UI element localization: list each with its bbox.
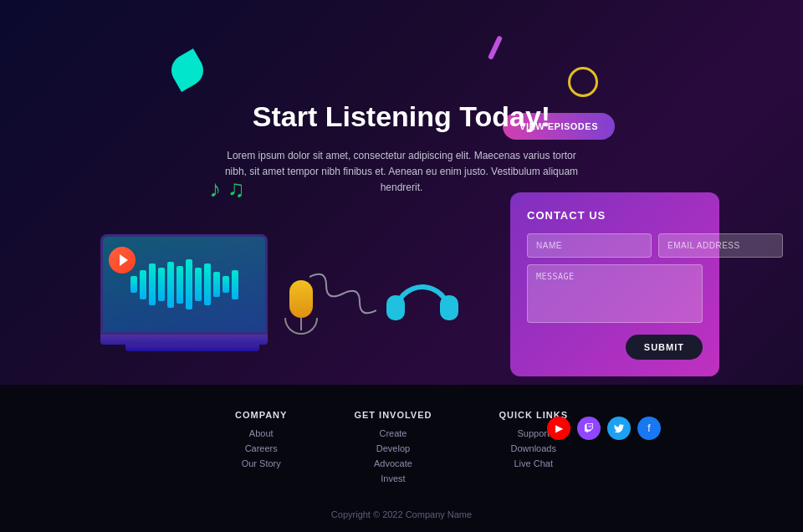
mic-cable <box>309 269 376 322</box>
facebook-icon[interactable]: f <box>637 417 661 440</box>
form-name-email-row <box>527 233 703 258</box>
footer-link-invest[interactable]: Invest <box>354 473 432 483</box>
wave-bar <box>195 268 202 301</box>
footer-link-advocate[interactable]: Advocate <box>354 458 432 468</box>
wave-bar <box>213 272 220 297</box>
wave-bar <box>232 270 238 299</box>
wave-bar <box>130 276 137 293</box>
wave-bar <box>149 263 156 305</box>
laptop-illustration <box>100 234 284 360</box>
footer: COMPANY About Careers Our Story GET INVO… <box>0 385 803 532</box>
wave-bar <box>167 262 174 308</box>
footer-company-title: COMPANY <box>235 410 287 420</box>
footer-link-careers[interactable]: Careers <box>235 443 287 453</box>
message-input[interactable] <box>527 264 703 323</box>
contact-form-title: CONTACT US <box>527 209 703 222</box>
headphones-illustration <box>385 284 460 351</box>
footer-col-company: COMPANY About Careers Our Story <box>235 410 287 489</box>
headphone-arc <box>393 284 452 314</box>
wave-bar <box>176 266 183 304</box>
email-input[interactable] <box>658 233 783 258</box>
footer-link-our-story[interactable]: Our Story <box>235 458 287 468</box>
waveform <box>130 259 238 309</box>
wave-bar <box>222 276 229 293</box>
footer-link-about[interactable]: About <box>235 428 287 438</box>
wave-bar <box>204 263 211 305</box>
headphone-right-cup <box>440 295 458 320</box>
laptop-base <box>100 335 268 345</box>
decorative-teal-shape <box>166 49 209 92</box>
footer-link-create[interactable]: Create <box>354 428 432 438</box>
footer-col-get-involved: GET INVOLVED Create Develop Advocate Inv… <box>354 410 432 489</box>
decorative-yellow-circle <box>568 67 598 97</box>
microphone-illustration <box>284 280 318 335</box>
play-triangle <box>120 254 128 266</box>
hero-illustration: ♪ ♫ <box>84 167 385 368</box>
headphone-left-cup <box>386 295 405 320</box>
youtube-icon[interactable]: ▶ <box>547 417 570 440</box>
play-button-icon <box>109 247 136 274</box>
twitter-icon[interactable] <box>607 417 631 440</box>
social-links: ▶ f <box>547 417 661 440</box>
footer-copyright: Copyright © 2022 Company Name <box>331 509 472 519</box>
twitch-icon[interactable] <box>577 417 601 440</box>
hero-title: Start Listening Today! <box>217 100 586 133</box>
name-input[interactable] <box>527 233 652 258</box>
footer-link-develop[interactable]: Develop <box>354 443 432 453</box>
footer-link-live-chat[interactable]: Live Chat <box>499 458 569 468</box>
footer-get-involved-title: GET INVOLVED <box>354 410 432 420</box>
wave-bar <box>140 270 146 299</box>
music-notes-icon: ♪ ♫ <box>209 176 245 202</box>
wave-bar <box>186 259 192 309</box>
wave-bar <box>158 268 165 301</box>
footer-columns: COMPANY About Careers Our Story GET INVO… <box>235 410 568 489</box>
mic-body <box>289 280 313 318</box>
footer-link-downloads[interactable]: Downloads <box>499 443 569 453</box>
laptop-stand <box>125 345 259 351</box>
decorative-purple-line <box>488 35 503 60</box>
contact-form: CONTACT US SUBMIT <box>510 192 719 376</box>
submit-button[interactable]: SUBMIT <box>626 335 703 360</box>
hero-section: VIEW EPISODES Start Listening Today! Lor… <box>0 0 803 385</box>
